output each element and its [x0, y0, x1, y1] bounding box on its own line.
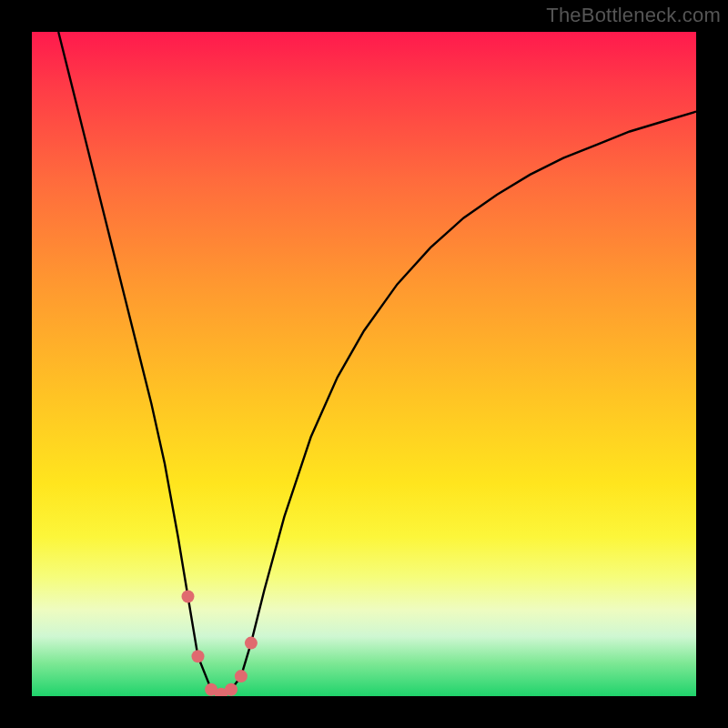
- chart-frame: TheBottleneck.com: [0, 0, 728, 728]
- bottleneck-curve: [58, 32, 696, 694]
- curve-marker: [225, 683, 238, 696]
- curve-layer: [32, 32, 696, 696]
- plot-area: [32, 32, 696, 696]
- curve-marker: [192, 650, 205, 662]
- curve-marker: [235, 670, 248, 682]
- marker-group: [182, 591, 258, 697]
- watermark-text: TheBottleneck.com: [546, 4, 721, 27]
- curve-marker: [245, 637, 258, 650]
- curve-marker: [182, 591, 195, 603]
